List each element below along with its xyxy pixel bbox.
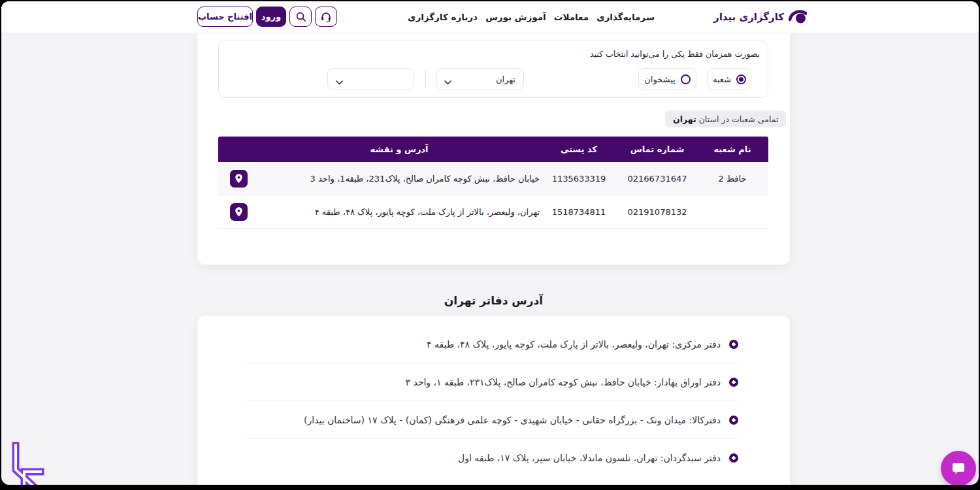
chevron-down-icon xyxy=(444,77,451,82)
open-account-button[interactable]: افتتاح حساب xyxy=(197,7,253,27)
support-button[interactable] xyxy=(315,7,337,27)
bullet-icon xyxy=(729,453,738,463)
radio-option-branch[interactable]: شعبه xyxy=(708,68,751,90)
map-pin-icon xyxy=(234,206,244,218)
col-header-phone: شماره تماس xyxy=(618,144,696,154)
bidar-outline-glyph xyxy=(5,442,47,485)
bullet-icon xyxy=(729,416,738,425)
branch-filter-box: بصورت همزمان فقط یکی را می‌توانید انتخاب… xyxy=(218,41,768,98)
login-button[interactable]: ورود xyxy=(256,7,286,27)
page: کارگزاری بیدار سرمایه‌گذاری معاملات آموز… xyxy=(1,1,979,485)
list-item: دفترکالا: میدان ونک - بزرگراه حقانی - خی… xyxy=(246,401,738,439)
city-select[interactable] xyxy=(327,68,414,90)
office-address-text: دفتر اوراق بهادار: خیابان حافظ، نبش کوچه… xyxy=(405,377,721,387)
open-map-button[interactable] xyxy=(230,170,248,188)
bullet-icon xyxy=(729,378,738,387)
chip-prefix: تمامی شعبات در استان xyxy=(699,114,779,124)
office-address-text: دفتر سبدگردان: تهران، نلسون ماندلا، خیاب… xyxy=(458,453,721,463)
nav-item-trades[interactable]: معاملات xyxy=(554,12,589,22)
open-map-button[interactable] xyxy=(230,203,248,221)
chat-fab-button[interactable] xyxy=(941,451,976,485)
header-actions: افتتاح حساب ورود xyxy=(197,7,337,27)
filter-instruction-text: بصورت همزمان فقط یکی را می‌توانید انتخاب… xyxy=(590,49,760,59)
bidar-swoosh-icon xyxy=(789,8,807,25)
main-nav: سرمایه‌گذاری معاملات آموزش بورس درباره ک… xyxy=(408,1,655,33)
radio-branch-label: شعبه xyxy=(713,74,731,84)
radio-counter-label: پیشخوان xyxy=(644,74,675,84)
search-button[interactable] xyxy=(289,7,312,27)
office-address-text: دفترکالا: میدان ونک - بزرگراه حقانی - خی… xyxy=(304,415,721,425)
chip-province: تهران xyxy=(673,114,696,124)
nav-item-investment[interactable]: سرمایه‌گذاری xyxy=(596,12,655,22)
col-header-postal-code: کد پستی xyxy=(540,144,618,154)
address-cell: تهران، ولیعصر، بالاتر از پارک ملت، کوچه … xyxy=(259,207,540,217)
offices-section-title: آدرس دفاتر تهران xyxy=(197,294,790,307)
col-header-address-map: آدرس و نقشه xyxy=(259,144,540,154)
radio-unselected-icon[interactable] xyxy=(681,74,691,84)
province-select-value: تهران xyxy=(496,74,515,84)
branch-phone-cell: 02166731647 xyxy=(618,174,696,184)
map-pin-icon xyxy=(234,173,244,184)
branch-name-cell: حافظ 2 xyxy=(696,174,768,184)
branches-table: نام شعبه شماره تماس کد پستی آدرس و نقشه … xyxy=(218,137,768,229)
brand-logo[interactable]: کارگزاری بیدار xyxy=(713,1,807,33)
branch-finder-card: بصورت همزمان فقط یکی را می‌توانید انتخاب… xyxy=(197,20,790,265)
list-item: دفتر اوراق بهادار: خیابان حافظ، نبش کوچه… xyxy=(246,363,738,401)
top-navigation-bar: کارگزاری بیدار سرمایه‌گذاری معاملات آموز… xyxy=(1,1,979,33)
list-item: دفتر سبدگردان: تهران، نلسون ماندلا، خیاب… xyxy=(246,439,738,476)
brand-logo-text: کارگزاری بیدار xyxy=(713,11,784,23)
office-address-text: دفتر مرکزی: تهران، ولیعصر، بالاتر از پار… xyxy=(427,339,721,350)
radio-selected-icon[interactable] xyxy=(736,74,746,84)
chat-bubble-icon xyxy=(950,461,967,476)
postal-code-cell: 1135633319 xyxy=(540,174,618,184)
search-icon xyxy=(295,11,306,22)
bullet-icon xyxy=(729,340,738,349)
nav-item-about-brokerage[interactable]: درباره کارگزاری xyxy=(408,12,478,22)
table-header-row: نام شعبه شماره تماس کد پستی آدرس و نقشه xyxy=(218,137,768,162)
col-header-branch-name: نام شعبه xyxy=(696,144,768,154)
branch-phone-cell: 02191078132 xyxy=(618,207,696,217)
chevron-down-icon xyxy=(336,77,343,82)
screenshot-frame: کارگزاری بیدار سرمایه‌گذاری معاملات آموز… xyxy=(0,0,980,490)
radio-option-counter[interactable]: پیشخوان xyxy=(638,68,696,90)
postal-code-cell: 1518734811 xyxy=(540,207,618,217)
table-row: حافظ 2 02166731647 1135633319 خیابان حاف… xyxy=(218,162,768,195)
address-cell: خیابان حافظ، نبش کوچه کامران صالح، پلاک2… xyxy=(259,174,540,184)
select-divider xyxy=(425,70,426,88)
province-select[interactable]: تهران xyxy=(436,68,524,90)
nav-item-stock-education[interactable]: آموزش بورس xyxy=(485,12,546,22)
offices-card: دفتر مرکزی: تهران، ولیعصر، بالاتر از پار… xyxy=(197,316,790,485)
headset-icon xyxy=(320,11,332,23)
results-scope-chip: تمامی شعبات در استان تهران xyxy=(665,110,786,127)
table-row: 02191078132 1518734811 تهران، ولیعصر، با… xyxy=(218,195,768,229)
list-item: دفتر مرکزی: تهران، ولیعصر، بالاتر از پار… xyxy=(246,325,738,363)
